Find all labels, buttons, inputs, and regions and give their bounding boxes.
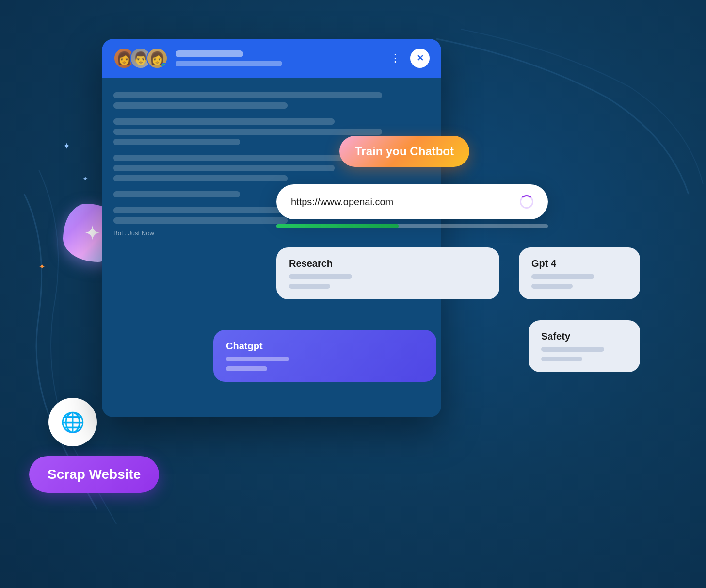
chat-header: 👩 👨 👩 ⋮ ✕ [102,39,441,78]
more-options-icon[interactable]: ⋮ [390,52,401,65]
sparkle-decoration-4: ✦ [39,262,45,271]
safety-card[interactable]: Safety [529,320,640,372]
msg-bar [113,217,288,224]
progress-fill [276,224,399,228]
header-actions: ⋮ ✕ [390,49,430,68]
gpt4-bar-1 [531,274,594,279]
message-row-1 [113,92,430,109]
msg-bar [113,139,240,145]
research-bar-1 [289,274,352,279]
gpt4-bar-2 [531,284,573,289]
train-chatbot-badge: Train you Chatbot [339,136,469,167]
research-card-title: Research [289,258,487,269]
msg-bar [113,118,335,125]
msg-bar [113,175,288,181]
bot-timestamp: Bot . Just Now [113,229,430,237]
progress-bar-container [276,224,548,228]
msg-bar [113,102,288,109]
train-chatbot-label: Train you Chatbot [355,145,454,158]
avatar-group: 👩 👨 👩 [113,48,168,69]
msg-bar [113,92,382,98]
gpt4-card-title: Gpt 4 [531,258,627,269]
globe-icon: 🌐 [61,411,85,434]
sparkle-decoration-2: ✦ [82,175,88,182]
header-name-bar [176,50,243,57]
safety-card-title: Safety [541,331,627,342]
chatgpt-bar-2 [226,366,267,371]
avatar-3: 👩 [146,48,168,69]
msg-bar [113,129,382,135]
online-indicator [161,63,166,67]
header-status-bar [176,61,282,66]
chatgpt-card[interactable]: Chatgpt [213,330,436,382]
close-button[interactable]: ✕ [410,49,430,68]
close-icon: ✕ [417,53,424,64]
msg-bar [113,165,335,171]
url-display: https://www.openai.com [291,196,513,208]
loading-spinner [520,195,533,209]
safety-bar-1 [541,347,604,352]
safety-bar-2 [541,357,582,361]
url-input-card[interactable]: https://www.openai.com [276,184,548,219]
gpt4-card[interactable]: Gpt 4 [519,247,640,299]
scrap-website-badge[interactable]: Scrap Website [29,456,159,493]
research-card[interactable]: Research [276,247,499,299]
msg-bar [113,191,240,197]
research-bar-2 [289,284,330,289]
chatgpt-card-title: Chatgpt [226,341,424,352]
globe-icon-bubble: 🌐 [48,398,97,446]
header-text-group [176,50,382,66]
openai-logo-icon: ✦ [84,221,101,245]
sparkle-decoration-1: ✦ [63,141,70,151]
chatgpt-bar-1 [226,357,289,361]
scrap-website-label: Scrap Website [48,467,141,482]
